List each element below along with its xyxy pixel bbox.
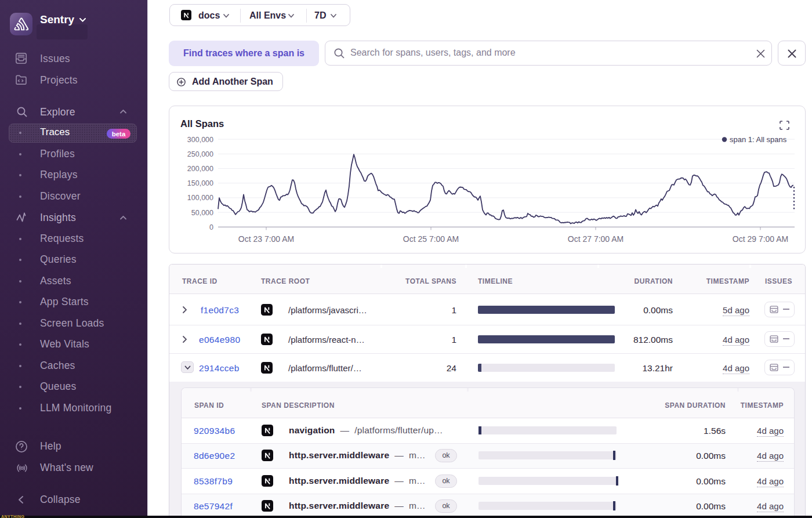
- svg-text:200,000: 200,000: [187, 165, 213, 173]
- svg-text:Oct 25 7:00 AM: Oct 25 7:00 AM: [403, 234, 459, 244]
- svg-text:Oct 27 7:00 AM: Oct 27 7:00 AM: [568, 234, 624, 244]
- svg-text:0: 0: [209, 223, 213, 231]
- svg-text:Oct 29 7:00 AM: Oct 29 7:00 AM: [733, 234, 789, 244]
- svg-text:300,000: 300,000: [187, 136, 213, 144]
- svg-text:150,000: 150,000: [187, 179, 213, 187]
- svg-text:span 1: All spans: span 1: All spans: [730, 135, 787, 144]
- svg-text:100,000: 100,000: [187, 194, 213, 202]
- svg-text:Oct 23 7:00 AM: Oct 23 7:00 AM: [238, 234, 295, 244]
- svg-text:50,000: 50,000: [191, 209, 213, 217]
- svg-text:250,000: 250,000: [187, 150, 213, 158]
